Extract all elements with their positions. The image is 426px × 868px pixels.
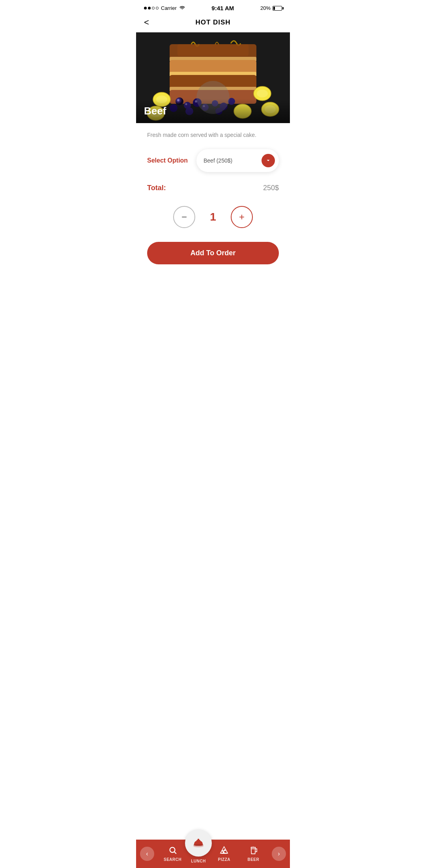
quantity-row: − 1 + bbox=[147, 206, 279, 228]
status-bar: Carrier 9:41 AM 20% bbox=[136, 0, 290, 15]
dot-3 bbox=[152, 7, 155, 9]
header: < HOT DISH bbox=[136, 15, 290, 32]
option-dropdown[interactable]: Beef (250$) bbox=[196, 149, 279, 172]
dot-2 bbox=[148, 7, 151, 9]
svg-point-11 bbox=[257, 90, 268, 97]
dropdown-arrow-button[interactable] bbox=[262, 154, 275, 167]
page-title: HOT DISH bbox=[195, 19, 230, 26]
wifi-icon bbox=[179, 5, 185, 11]
increase-quantity-button[interactable]: + bbox=[231, 206, 253, 228]
total-row: Total: 250$ bbox=[147, 184, 279, 192]
food-name: Beef bbox=[144, 105, 166, 117]
quantity-value: 1 bbox=[207, 211, 219, 223]
food-image: Beef bbox=[136, 32, 290, 123]
select-option-row: Select Option Beef (250$) bbox=[147, 149, 279, 172]
select-option-label: Select Option bbox=[147, 157, 191, 164]
content-area: Fresh made corn served with a special ca… bbox=[136, 123, 290, 288]
selected-option-text: Beef (250$) bbox=[204, 157, 232, 164]
dot-1 bbox=[144, 7, 147, 9]
status-right: 20% bbox=[260, 5, 282, 11]
battery-icon bbox=[273, 6, 282, 11]
total-label: Total: bbox=[147, 184, 166, 192]
back-button[interactable]: < bbox=[144, 17, 149, 28]
dot-4 bbox=[156, 7, 159, 9]
battery-percent: 20% bbox=[260, 5, 271, 11]
decrease-quantity-button[interactable]: − bbox=[173, 206, 195, 228]
carrier-label: Carrier bbox=[161, 5, 177, 11]
minus-icon: − bbox=[181, 211, 187, 223]
add-to-order-button[interactable]: Add To Order bbox=[147, 242, 279, 264]
signal-dots bbox=[144, 7, 159, 9]
food-label-overlay: Beef bbox=[136, 99, 290, 123]
status-left: Carrier bbox=[144, 5, 185, 11]
status-time: 9:41 AM bbox=[211, 5, 234, 11]
plus-icon: + bbox=[239, 211, 245, 223]
food-description: Fresh made corn served with a special ca… bbox=[147, 131, 279, 139]
total-value: 250$ bbox=[263, 184, 279, 192]
